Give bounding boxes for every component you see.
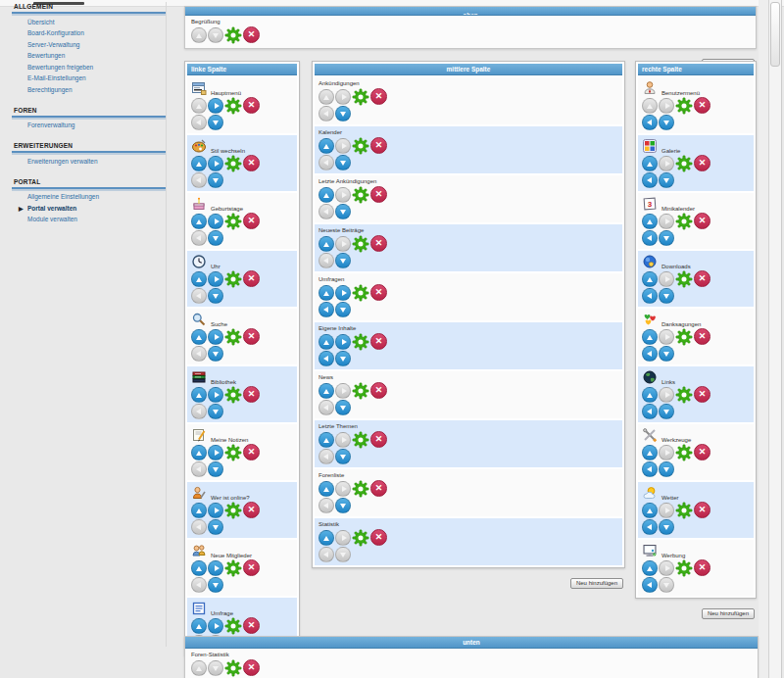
- move-right-button[interactable]: [208, 271, 223, 287]
- delete-button[interactable]: ✕: [370, 284, 387, 301]
- edit-settings-button[interactable]: [224, 328, 242, 346]
- edit-settings-button[interactable]: [352, 137, 369, 155]
- move-down-button[interactable]: [208, 404, 223, 419]
- sidebar-item-allgemeine-einstellungen[interactable]: Allgemeine Einstellungen: [27, 193, 166, 200]
- delete-button[interactable]: ✕: [694, 502, 710, 518]
- move-up-button[interactable]: [191, 503, 207, 518]
- delete-button[interactable]: ✕: [694, 97, 710, 114]
- delete-button[interactable]: ✕: [243, 444, 260, 460]
- move-up-button[interactable]: [191, 329, 207, 345]
- edit-settings-button[interactable]: [675, 270, 693, 288]
- move-up-button[interactable]: [318, 432, 334, 448]
- move-up-button[interactable]: [642, 503, 658, 518]
- edit-settings-button[interactable]: [224, 444, 242, 461]
- delete-button[interactable]: ✕: [243, 386, 260, 403]
- delete-button[interactable]: ✕: [694, 444, 710, 460]
- move-down-button[interactable]: [659, 172, 674, 188]
- delete-button[interactable]: ✕: [243, 559, 260, 576]
- move-left-button[interactable]: [642, 519, 658, 535]
- move-down-button[interactable]: [208, 519, 223, 535]
- sidebar-item-forenverwaltung[interactable]: Forenverwaltung: [27, 121, 166, 128]
- delete-button[interactable]: ✕: [243, 155, 260, 171]
- move-right-button[interactable]: [208, 156, 223, 171]
- move-right-button[interactable]: [335, 285, 351, 301]
- move-down-button[interactable]: [659, 519, 674, 535]
- edit-settings-button[interactable]: [675, 155, 693, 172]
- move-left-button[interactable]: [642, 115, 658, 130]
- delete-button[interactable]: ✕: [243, 502, 260, 518]
- move-up-button[interactable]: [318, 187, 334, 203]
- move-right-button[interactable]: [208, 618, 223, 634]
- move-down-button[interactable]: [208, 172, 223, 188]
- add-module-button[interactable]: Neu hinzufügen: [702, 608, 755, 619]
- edit-settings-button[interactable]: [224, 213, 242, 230]
- edit-settings-button[interactable]: [675, 328, 693, 346]
- move-left-button[interactable]: [642, 172, 658, 188]
- edit-settings-button[interactable]: [675, 97, 693, 115]
- delete-button[interactable]: ✕: [370, 235, 387, 252]
- move-down-button[interactable]: [208, 115, 223, 130]
- edit-settings-button[interactable]: [352, 480, 369, 498]
- delete-button[interactable]: ✕: [694, 559, 710, 576]
- move-down-button[interactable]: [659, 115, 674, 130]
- delete-button[interactable]: ✕: [243, 270, 260, 287]
- move-down-button[interactable]: [335, 302, 351, 317]
- move-right-button[interactable]: [208, 214, 223, 229]
- delete-button[interactable]: ✕: [370, 333, 387, 350]
- move-up-button[interactable]: [191, 560, 207, 576]
- move-left-button[interactable]: [318, 302, 334, 317]
- move-left-button[interactable]: [642, 346, 658, 362]
- edit-settings-button[interactable]: [675, 444, 693, 461]
- delete-button[interactable]: ✕: [243, 26, 260, 43]
- move-left-button[interactable]: [642, 577, 658, 593]
- sidebar-item-portal-verwalten[interactable]: ▶Portal verwalten: [27, 205, 166, 212]
- edit-settings-button[interactable]: [675, 386, 693, 404]
- sidebar-item-bewertungen[interactable]: Bewertungen: [27, 52, 166, 59]
- edit-settings-button[interactable]: [675, 213, 693, 230]
- delete-button[interactable]: ✕: [370, 382, 387, 399]
- delete-button[interactable]: ✕: [370, 431, 387, 448]
- move-down-button[interactable]: [659, 230, 674, 246]
- edit-settings-button[interactable]: [224, 502, 242, 519]
- sidebar-item-erweiterungen-verwalten[interactable]: Erweiterungen verwalten: [27, 158, 166, 165]
- edit-settings-button[interactable]: [224, 617, 242, 635]
- move-down-button[interactable]: [208, 346, 223, 362]
- move-up-button[interactable]: [191, 445, 207, 460]
- delete-button[interactable]: ✕: [694, 213, 710, 229]
- delete-button[interactable]: ✕: [370, 186, 387, 203]
- move-right-button[interactable]: [208, 387, 223, 403]
- delete-button[interactable]: ✕: [694, 328, 710, 345]
- move-down-button[interactable]: [335, 351, 351, 366]
- edit-settings-button[interactable]: [675, 502, 693, 519]
- move-down-button[interactable]: [208, 577, 223, 593]
- delete-button[interactable]: ✕: [243, 617, 260, 634]
- delete-button[interactable]: ✕: [370, 529, 387, 546]
- move-up-button[interactable]: [191, 156, 207, 171]
- delete-button[interactable]: ✕: [243, 97, 260, 114]
- move-down-button[interactable]: [659, 404, 674, 419]
- move-right-button[interactable]: [208, 329, 223, 345]
- edit-settings-button[interactable]: [224, 270, 242, 288]
- delete-button[interactable]: ✕: [694, 155, 710, 171]
- move-right-button[interactable]: [335, 334, 351, 350]
- move-up-button[interactable]: [318, 334, 334, 350]
- move-left-button[interactable]: [318, 351, 334, 366]
- move-left-button[interactable]: [642, 461, 658, 477]
- sidebar-item--bersicht[interactable]: Übersicht: [27, 19, 166, 25]
- move-left-button[interactable]: [642, 230, 658, 246]
- move-down-button[interactable]: [335, 155, 351, 170]
- move-up-button[interactable]: [318, 236, 334, 252]
- move-down-button[interactable]: [208, 461, 223, 477]
- delete-button[interactable]: ✕: [694, 386, 710, 403]
- sidebar-item-bewertungen-freigeben[interactable]: Bewertungen freigeben: [27, 64, 166, 71]
- scrollbar[interactable]: [768, 0, 782, 678]
- move-down-button[interactable]: [659, 461, 674, 477]
- move-down-button[interactable]: [208, 288, 223, 304]
- move-right-button[interactable]: [208, 445, 223, 460]
- delete-button[interactable]: ✕: [243, 213, 260, 229]
- move-up-button[interactable]: [318, 530, 334, 546]
- move-down-button[interactable]: [335, 400, 351, 415]
- move-right-button[interactable]: [208, 560, 223, 576]
- delete-button[interactable]: ✕: [370, 88, 387, 105]
- delete-button[interactable]: ✕: [370, 137, 387, 154]
